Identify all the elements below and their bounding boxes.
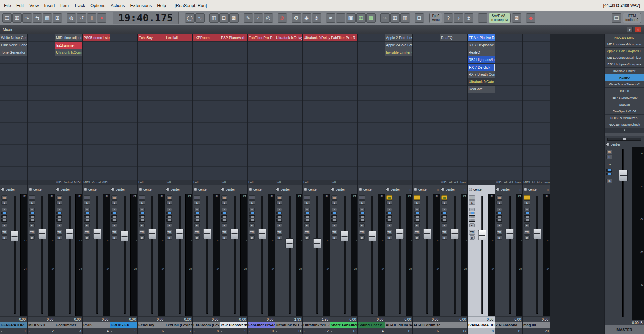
input-assignment[interactable]: MIDI: Virtual MIDI [83, 180, 110, 185]
fx-slot[interactable]: PSP PianoVerb [220, 34, 247, 42]
routing-button[interactable]: ▸ [359, 223, 365, 227]
fx-slot[interactable]: RBJ Highpass/Low [468, 56, 495, 64]
menu-options[interactable]: Options [88, 3, 108, 8]
send-knob-3[interactable] [166, 219, 172, 222]
track-name[interactable]: GENERATOR [0, 322, 27, 328]
fader-handle[interactable] [341, 231, 349, 241]
solo-button[interactable]: s [331, 200, 337, 205]
fader-handle[interactable] [396, 229, 404, 239]
help-icon[interactable]: ? [444, 13, 453, 23]
solo-button[interactable]: s [111, 200, 117, 205]
mute-button[interactable]: m [359, 195, 365, 200]
volume-fader[interactable] [14, 196, 15, 314]
track-name[interactable]: EZdrummer [55, 322, 82, 328]
send-knob-2[interactable] [84, 215, 90, 218]
input-assignment[interactable] [0, 180, 27, 185]
phase-button[interactable]: ø [140, 235, 145, 240]
fx-slot[interactable]: White Noise Gener [0, 34, 27, 42]
pan-knob[interactable] [386, 188, 390, 191]
routing-button[interactable]: ▸ [84, 223, 90, 227]
input-assignment[interactable] [110, 180, 137, 185]
pan-knob[interactable] [1, 188, 5, 191]
routing-button[interactable]: ▸ [387, 223, 392, 227]
input-assignment[interactable] [28, 180, 55, 185]
phase-button[interactable]: ø [442, 235, 447, 240]
routing-button[interactable]: ▸ [249, 223, 255, 227]
send-knob-3[interactable] [221, 219, 227, 222]
routing-button[interactable]: ▸ [57, 223, 62, 227]
fx-button[interactable] [359, 208, 365, 211]
fx-slot[interactable]: Ultrafunk fxComp [55, 49, 82, 56]
send-knob-3[interactable] [304, 219, 310, 222]
master-fx-slot[interactable]: Invisible Limiter [605, 68, 644, 74]
mute-button[interactable]: m [331, 195, 337, 200]
master-volume-fader[interactable] [622, 149, 624, 317]
solo-button[interactable]: s [249, 200, 255, 205]
trim-read-button[interactable]: TR [29, 230, 35, 235]
fx-slot[interactable]: LXPRoom [193, 34, 220, 42]
render-icon[interactable]: ⊟ [415, 13, 424, 23]
phase-button[interactable]: ø [2, 235, 7, 240]
mute-button[interactable]: m [469, 195, 475, 200]
input-assignment[interactable]: Left [330, 180, 357, 185]
master-pan-knob[interactable] [606, 143, 610, 146]
alert-icon[interactable]: ◆ [526, 13, 535, 23]
meter-icon[interactable]: ▥ [209, 13, 219, 23]
input-assignment[interactable] [413, 180, 440, 185]
volume-fader[interactable] [69, 196, 70, 314]
send-knob-1[interactable] [386, 212, 392, 214]
trim-read-button[interactable]: TR [194, 230, 200, 235]
send-knob-3[interactable] [359, 219, 365, 222]
send-knob-2[interactable] [221, 215, 227, 218]
strip-bottom-icon[interactable]: ▪ [331, 330, 332, 333]
solo-button[interactable]: s [359, 200, 365, 205]
menu-insert[interactable]: Insert [41, 3, 58, 8]
send-knob-3[interactable] [524, 219, 530, 222]
fx-button[interactable] [112, 208, 117, 211]
trim-read-button[interactable]: TR [414, 230, 420, 235]
fader-handle[interactable] [368, 231, 376, 241]
send-knob-2[interactable] [249, 215, 255, 218]
track-name[interactable]: Snare FabFilter [330, 322, 357, 328]
volume-fader[interactable] [344, 196, 345, 314]
trim-read-button[interactable]: TR [304, 230, 310, 235]
master-send-knob-1[interactable] [606, 169, 612, 172]
pan-knob[interactable] [496, 188, 500, 191]
send-knob-1[interactable] [331, 212, 337, 214]
send-knob-1[interactable] [276, 212, 282, 214]
send-knob-1[interactable] [84, 212, 90, 214]
send-knob-3[interactable] [276, 219, 282, 222]
fx-button[interactable] [277, 208, 282, 211]
solo-button[interactable]: s [304, 200, 310, 205]
strip-bottom-icon[interactable]: ▪ [276, 330, 277, 333]
solo-button[interactable]: s [56, 200, 62, 205]
fader-handle[interactable] [423, 229, 431, 239]
strip-bottom-icon[interactable]: ▪ [249, 330, 250, 333]
pot-icon[interactable]: ◍ [67, 13, 76, 23]
pan-knob[interactable] [221, 188, 225, 191]
solo-button[interactable]: s [386, 200, 392, 205]
master-trim-read-button[interactable]: TR [606, 179, 612, 183]
fx-slot[interactable]: FabFilter Pro-R [330, 34, 357, 42]
fader-handle[interactable] [451, 229, 459, 239]
strip-bottom-icon[interactable]: ▪ [304, 330, 305, 333]
fx-slot[interactable]: Ultrafunk fxDelay [303, 34, 330, 42]
send-knob-3[interactable] [111, 219, 117, 222]
master-send-knob-2[interactable] [606, 173, 612, 175]
mute-button[interactable]: m [1, 195, 7, 200]
volume-fader[interactable] [509, 196, 511, 314]
send-knob-1[interactable] [441, 212, 447, 214]
volume-fader[interactable] [316, 196, 318, 314]
input-assignment[interactable] [358, 180, 385, 185]
fx-button[interactable] [442, 208, 447, 211]
pan-knob[interactable] [111, 188, 115, 191]
transport-time[interactable]: 19:40.175 [113, 12, 179, 24]
grid-icon[interactable]: ▩ [43, 13, 52, 23]
volume-fader[interactable] [41, 196, 43, 314]
fx-button[interactable] [524, 208, 530, 211]
pan-knob[interactable] [276, 188, 280, 191]
send-knob-3[interactable] [414, 219, 420, 222]
send-knob-1[interactable] [194, 212, 200, 214]
routing-button[interactable]: ▸ [194, 223, 200, 227]
fx-slot[interactable]: EZdrummer [55, 42, 82, 49]
